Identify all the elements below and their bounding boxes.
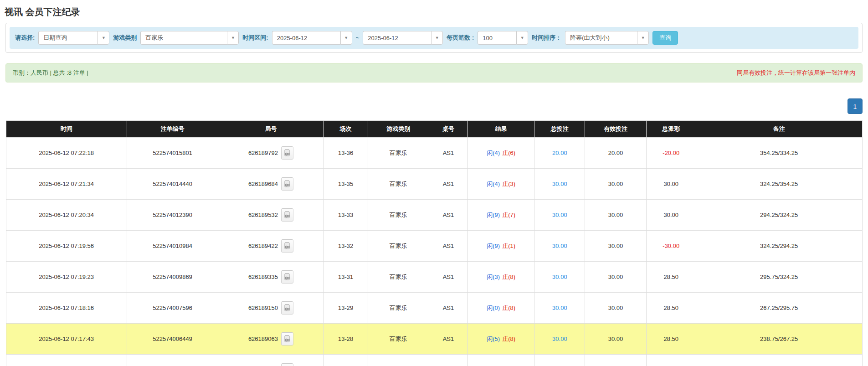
summary-bar: 币别：人民币 | 总共 :8 注单 | 同局有效投注，统一计算在该局第一张注单内 bbox=[5, 63, 863, 82]
video-replay-icon bbox=[283, 304, 291, 312]
bet-id-cell: 522574005412 bbox=[127, 355, 218, 366]
result-cell: 闲(5)庄(9) bbox=[468, 355, 534, 366]
game-type-cell: 百家乐 bbox=[368, 293, 429, 324]
total-bet-link[interactable]: 30.00 bbox=[552, 273, 567, 280]
valid-bet-cell: 30.00 bbox=[585, 200, 646, 231]
video-replay-button[interactable] bbox=[281, 301, 293, 314]
video-replay-icon bbox=[283, 273, 291, 281]
page-size-dropdown-button[interactable]: ▼ bbox=[516, 31, 528, 45]
video-replay-button[interactable] bbox=[281, 239, 293, 253]
payout-cell: 30.00 bbox=[646, 169, 696, 200]
total-bet-link[interactable]: 30.00 bbox=[552, 335, 567, 342]
date-range-label: 时间区间: bbox=[242, 34, 268, 42]
col-result: 结果 bbox=[468, 121, 534, 138]
time-cell: 2025-06-12 07:17:43 bbox=[6, 324, 127, 355]
query-type-dropdown-button[interactable]: ▼ bbox=[98, 31, 109, 45]
video-replay-button[interactable] bbox=[281, 177, 293, 191]
player-result: 闲(5) bbox=[487, 335, 500, 342]
page-1-button[interactable]: 1 bbox=[847, 98, 863, 114]
bet-id-cell: 522574010984 bbox=[127, 231, 218, 262]
session-cell: 13-33 bbox=[324, 200, 368, 231]
player-result: 闲(9) bbox=[487, 242, 500, 249]
date-range-separator: ~ bbox=[356, 35, 360, 41]
round-id: 626189532 bbox=[248, 211, 278, 218]
bet-id-cell: 522574007596 bbox=[127, 293, 218, 324]
round-id: 626189063 bbox=[248, 335, 278, 342]
game-type-cell: 百家乐 bbox=[368, 169, 429, 200]
video-replay-button[interactable] bbox=[281, 270, 293, 284]
banker-result: 庄(3) bbox=[502, 180, 515, 187]
date-to-dropdown-button[interactable]: ▼ bbox=[431, 31, 443, 45]
filter-bar: 请选择: ▼ 游戏类别 ▼ 时间区间: ▼ ~ ▼ 每页笔数 : ▼ 时间排序：… bbox=[10, 27, 858, 49]
col-valid-bet: 有效投注 bbox=[585, 121, 646, 138]
round-id: 626189335 bbox=[248, 273, 278, 280]
round-id-cell: 626189150 bbox=[218, 293, 324, 324]
chevron-down-icon: ▼ bbox=[231, 36, 235, 40]
currency-total-text: 币别：人民币 | 总共 :8 注单 | bbox=[13, 69, 88, 77]
session-cell: 13-35 bbox=[324, 169, 368, 200]
bet-id-cell: 522574014440 bbox=[127, 169, 218, 200]
page-size-input[interactable] bbox=[478, 31, 516, 45]
query-type-input[interactable] bbox=[38, 31, 98, 45]
game-type-input[interactable] bbox=[140, 31, 227, 45]
result-cell: 闲(9)庄(1) bbox=[468, 231, 534, 262]
date-from-dropdown-button[interactable]: ▼ bbox=[340, 31, 352, 45]
valid-bet-cell: 30.00 bbox=[585, 355, 646, 366]
page-size-label: 每页笔数 : bbox=[447, 34, 474, 42]
sort-combo: ▼ bbox=[565, 31, 649, 45]
payout-cell: -20.00 bbox=[646, 138, 696, 169]
time-cell: 2025-06-12 07:17:12 bbox=[6, 355, 127, 366]
banker-result: 庄(6) bbox=[502, 149, 515, 156]
table-id-cell: AS1 bbox=[429, 138, 467, 169]
col-bet-id: 注单编号 bbox=[127, 121, 218, 138]
total-bet-link[interactable]: 20.00 bbox=[552, 149, 567, 156]
table-row: 2025-06-12 07:19:23522574009869626189335… bbox=[6, 262, 862, 293]
payout-cell: 28.50 bbox=[646, 355, 696, 366]
video-replay-button[interactable] bbox=[281, 146, 293, 160]
video-replay-icon bbox=[283, 211, 291, 219]
player-result: 闲(9) bbox=[487, 211, 500, 218]
banker-result: 庄(8) bbox=[502, 335, 515, 342]
session-cell: 13-29 bbox=[324, 293, 368, 324]
result-cell: 闲(4)庄(6) bbox=[468, 138, 534, 169]
banker-result: 庄(1) bbox=[502, 242, 515, 249]
remark-cell: 324.25/294.25 bbox=[696, 231, 862, 262]
game-type-label: 游戏类别 bbox=[113, 34, 137, 42]
sort-label: 时间排序： bbox=[532, 34, 561, 42]
remark-cell: 210.25/238.75 bbox=[696, 355, 862, 366]
total-bet-link[interactable]: 30.00 bbox=[552, 242, 567, 249]
valid-bet-cell: 20.00 bbox=[585, 138, 646, 169]
total-bet-link[interactable]: 30.00 bbox=[552, 211, 567, 218]
video-replay-icon bbox=[283, 180, 291, 188]
search-button[interactable]: 查询 bbox=[652, 31, 678, 45]
col-round-id: 局号 bbox=[218, 121, 324, 138]
round-id-cell: 626189532 bbox=[218, 200, 324, 231]
video-replay-button[interactable] bbox=[281, 208, 293, 222]
table-row: 2025-06-12 07:21:34522574014440626189684… bbox=[6, 169, 862, 200]
video-replay-button[interactable] bbox=[281, 332, 293, 345]
video-replay-icon bbox=[283, 149, 291, 157]
total-bet-cell: 30.00 bbox=[534, 169, 585, 200]
date-from-input[interactable] bbox=[272, 31, 340, 45]
time-cell: 2025-06-12 07:22:18 bbox=[6, 138, 127, 169]
banker-result: 庄(7) bbox=[502, 211, 515, 218]
remark-cell: 295.75/324.25 bbox=[696, 262, 862, 293]
date-to-input[interactable] bbox=[363, 31, 431, 45]
sort-input[interactable] bbox=[565, 31, 637, 45]
page-size-combo: ▼ bbox=[478, 31, 528, 45]
bet-id-cell: 522574009869 bbox=[127, 262, 218, 293]
date-to-combo: ▼ bbox=[363, 31, 443, 45]
total-bet-cell: 30.00 bbox=[534, 324, 585, 355]
total-bet-link[interactable]: 30.00 bbox=[552, 180, 567, 187]
bet-id-cell: 522574006449 bbox=[127, 324, 218, 355]
result-cell: 闲(3)庄(8) bbox=[468, 262, 534, 293]
game-type-dropdown-button[interactable]: ▼ bbox=[227, 31, 239, 45]
col-payout: 总派彩 bbox=[646, 121, 696, 138]
round-id: 626189150 bbox=[248, 304, 278, 311]
select-label: 请选择: bbox=[15, 34, 35, 42]
total-bet-link[interactable]: 30.00 bbox=[552, 304, 567, 311]
sort-dropdown-button[interactable]: ▼ bbox=[637, 31, 649, 45]
table-id-cell: AS1 bbox=[429, 324, 467, 355]
game-type-cell: 百家乐 bbox=[368, 200, 429, 231]
video-replay-button[interactable] bbox=[281, 363, 293, 366]
